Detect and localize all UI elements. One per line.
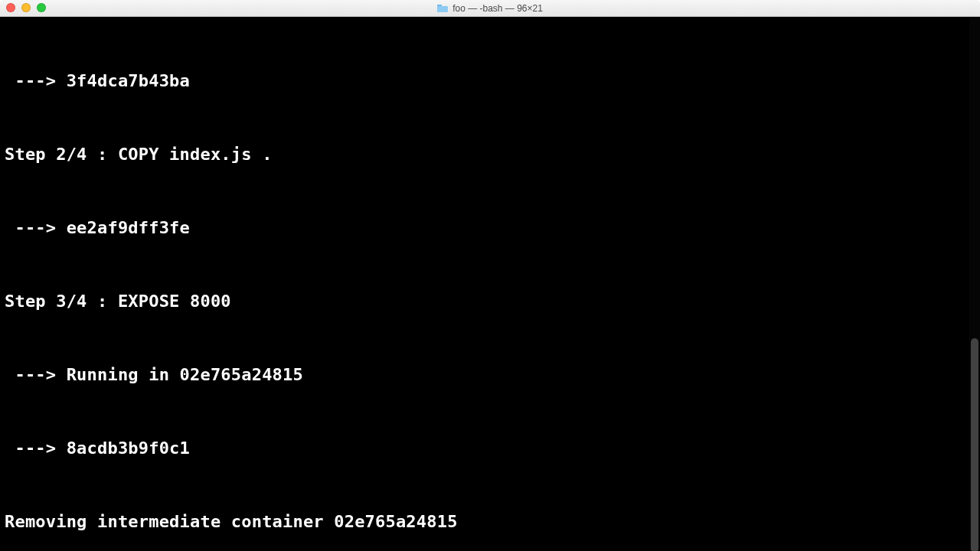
folder-icon — [437, 4, 448, 12]
terminal-line: Removing intermediate container 02e765a2… — [5, 510, 975, 534]
terminal-line: ---> ee2af9dff3fe — [5, 216, 975, 240]
terminal-line: ---> Running in 02e765a24815 — [5, 363, 975, 387]
terminal-line: Step 2/4 : COPY index.js . — [5, 142, 975, 167]
terminal-viewport[interactable]: ---> 3f4dca7b43ba Step 2/4 : COPY index.… — [0, 17, 980, 551]
close-icon[interactable] — [6, 3, 15, 12]
terminal-line: ---> 8acdb3b9f0c1 — [5, 436, 975, 461]
maximize-icon[interactable] — [37, 3, 46, 12]
title-center: foo — -bash — 96×21 — [437, 3, 543, 14]
window-title: foo — -bash — 96×21 — [452, 3, 543, 14]
scrollbar-track[interactable] — [969, 17, 980, 551]
titlebar[interactable]: foo — -bash — 96×21 — [0, 0, 980, 17]
minimize-icon[interactable] — [21, 3, 31, 12]
terminal-window: foo — -bash — 96×21 ---> 3f4dca7b43ba St… — [0, 0, 980, 551]
scrollbar-thumb[interactable] — [971, 338, 978, 551]
terminal-line: Step 3/4 : EXPOSE 8000 — [5, 289, 975, 314]
window-controls — [6, 3, 46, 12]
terminal-line: ---> 3f4dca7b43ba — [5, 69, 975, 93]
